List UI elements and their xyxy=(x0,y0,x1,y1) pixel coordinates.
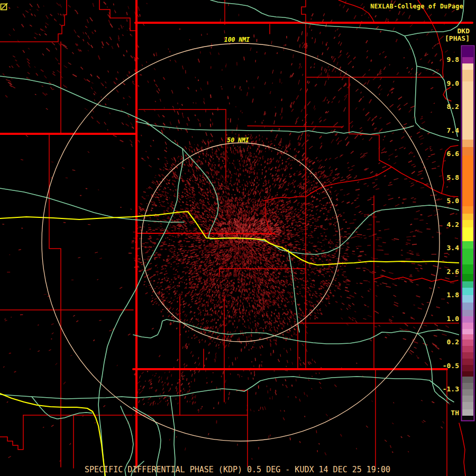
colorbar-tick-label: 2.6 xyxy=(422,268,459,275)
colorbar-tick-label: 7.4 xyxy=(422,127,459,134)
colorbar-tick-label: 5.0 xyxy=(422,197,459,204)
radar-map xyxy=(0,0,476,476)
colorbar-tick-label: 9.0 xyxy=(422,80,459,87)
colorbar-tick-label: 0.2 xyxy=(422,338,459,345)
radar-clutter-layer xyxy=(2,0,458,462)
colorbar-tick-label: 6.6 xyxy=(422,150,459,157)
status-bar: SPECIFIC DIFFERENTIAL PHASE (KDP) 0.5 DE… xyxy=(85,466,390,474)
colorbar-product-label: DKD xyxy=(457,28,470,34)
colorbar-tick-label: 3.4 xyxy=(422,244,459,251)
colorbar-tick-label: 1.0 xyxy=(422,315,459,322)
colorbar-units-label: [PHAS] xyxy=(445,35,470,42)
colorbar-tick-label: -0.5 xyxy=(422,362,459,369)
colorbar-tick-label: 5.8 xyxy=(422,174,459,181)
range-ring-label-100nmi: 100 NMI xyxy=(224,36,250,43)
colorbar-tick-label: 1.8 xyxy=(422,291,459,298)
radar-viewer: NEXLAB-College of DuPage DKD [PHAS] 9.89… xyxy=(0,0,476,476)
colorbar-tick-label: 9.8 xyxy=(422,56,459,63)
cod-logo-icon xyxy=(0,3,8,11)
colorbar-tick-label: 8.2 xyxy=(422,103,459,110)
site-title: NEXLAB-College of DuPage xyxy=(370,4,463,10)
colorbar-tick-label: 4.2 xyxy=(422,221,459,228)
color-scale xyxy=(459,44,476,423)
colorbar-tick-label: -1.3 xyxy=(422,386,459,392)
colorbar-tick-label: TH xyxy=(422,409,459,416)
range-ring-label-50nmi: 50 NMI xyxy=(227,136,249,144)
